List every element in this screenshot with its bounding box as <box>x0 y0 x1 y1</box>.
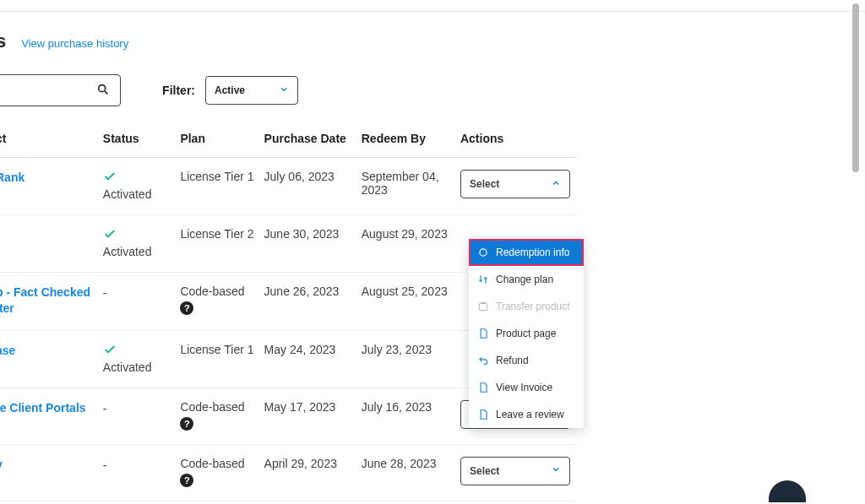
dropdown-item-label: Transfer product <box>496 301 570 312</box>
redeem-date: June 28, 2023 <box>362 444 460 501</box>
col-redeem: Redeem By <box>362 123 460 158</box>
redemption-icon <box>477 247 489 258</box>
purchase-date: May 24, 2023 <box>264 330 362 387</box>
redeem-date: August 25, 2023 <box>362 273 460 331</box>
status-dash: - <box>103 285 174 300</box>
dropdown-item-label: Change plan <box>496 274 553 285</box>
select-actions-button[interactable]: Select <box>460 457 570 485</box>
search-icon <box>96 83 110 99</box>
actions-dropdown: Redemption infoChange planTransfer produ… <box>469 239 584 428</box>
redeem-date: September 04, 2023 <box>362 158 460 215</box>
svg-point-2 <box>480 249 487 256</box>
chevron-down-icon <box>279 84 289 97</box>
status-dash: - <box>103 400 174 415</box>
filter-select[interactable]: Active <box>205 76 298 105</box>
help-icon[interactable]: ? <box>180 301 193 315</box>
help-icon[interactable]: ? <box>180 474 193 487</box>
svg-rect-3 <box>479 304 487 311</box>
select-label: Select <box>470 178 499 190</box>
change-plan-icon <box>477 274 489 285</box>
redeem-date: August 29, 2023 <box>362 215 460 273</box>
plan-text: License Tier 1 <box>180 170 257 183</box>
col-product: ct <box>0 123 103 158</box>
col-plan: Plan <box>180 123 264 158</box>
review-icon <box>477 409 489 420</box>
plan-text: License Tier 1 <box>180 343 257 356</box>
help-fab[interactable] <box>769 480 806 502</box>
product-link[interactable]: b - Fact Checked iter <box>0 285 90 315</box>
purchase-date: April 29, 2023 <box>264 444 362 501</box>
col-status: Status <box>103 123 181 158</box>
dropdown-item-label: Product page <box>496 328 556 339</box>
plan-text: License Tier 2 <box>180 227 257 241</box>
product-link[interactable]: y <box>0 458 3 471</box>
search-input[interactable] <box>0 74 121 106</box>
status-text: Activated <box>103 360 152 374</box>
dropdown-item-label: Refund <box>496 355 529 366</box>
status-text: Activated <box>103 245 152 258</box>
refund-icon <box>477 355 489 366</box>
col-actions: Actions <box>460 123 577 158</box>
dropdown-item-change-plan[interactable]: Change plan <box>469 266 584 293</box>
controls-row: Filter: Active <box>0 68 582 123</box>
dropdown-item-transfer: Transfer product <box>469 293 584 320</box>
page-icon <box>477 328 489 339</box>
filter-label: Filter: <box>162 84 195 97</box>
status-text: Activated <box>103 187 152 201</box>
dropdown-item-invoice[interactable]: View Invoice <box>469 374 584 401</box>
table-row: y-Code-based?April 29, 2023June 28, 2023… <box>0 444 577 501</box>
dropdown-item-redemption[interactable]: Redemption info <box>469 239 584 266</box>
transfer-icon <box>477 301 489 312</box>
dropdown-item-label: View Invoice <box>496 382 552 393</box>
chevron-up-icon <box>551 178 561 191</box>
dropdown-item-refund[interactable]: Refund <box>469 347 584 374</box>
redeem-date: July 16, 2023 <box>362 387 460 444</box>
scrollbar[interactable] <box>852 3 859 172</box>
chevron-down-icon <box>551 464 561 477</box>
product-link[interactable]: ase <box>0 344 15 357</box>
select-actions-button[interactable]: Select <box>460 170 570 198</box>
product-link[interactable]: Rank <box>0 171 24 184</box>
plan-text: Code-based <box>180 457 257 470</box>
help-icon[interactable]: ? <box>180 417 193 431</box>
product-link[interactable]: te Client Portals <box>0 401 86 415</box>
filter-group: Filter: Active <box>162 76 298 105</box>
top-divider <box>0 0 865 12</box>
status-dash: - <box>103 457 174 472</box>
check-icon <box>103 170 174 186</box>
purchase-date: June 26, 2023 <box>264 273 362 331</box>
page-header: s View purchase history <box>0 12 582 68</box>
dropdown-item-label: Leave a review <box>496 409 564 420</box>
select-label: Select <box>470 465 499 477</box>
plan-text: Code-based <box>180 285 257 298</box>
purchase-date: May 17, 2023 <box>264 387 362 444</box>
col-purchase: Purchase Date <box>264 123 362 158</box>
purchase-date: July 06, 2023 <box>264 158 362 215</box>
svg-point-0 <box>99 84 106 91</box>
dropdown-item-page[interactable]: Product page <box>469 320 584 347</box>
view-purchase-history-link[interactable]: View purchase history <box>21 37 128 50</box>
svg-line-1 <box>105 91 107 94</box>
dropdown-item-label: Redemption info <box>496 247 569 258</box>
purchase-date: June 30, 2023 <box>264 215 362 273</box>
page-title-fragment: s <box>0 30 6 52</box>
table-row: RankActivatedLicense Tier 1July 06, 2023… <box>0 158 577 215</box>
check-icon <box>103 343 174 359</box>
redeem-date: July 23, 2023 <box>362 330 460 387</box>
invoice-icon <box>477 382 489 393</box>
plan-text: Code-based <box>180 400 257 414</box>
dropdown-item-review[interactable]: Leave a review <box>469 401 584 428</box>
filter-value: Active <box>215 84 245 96</box>
check-icon <box>103 227 174 243</box>
